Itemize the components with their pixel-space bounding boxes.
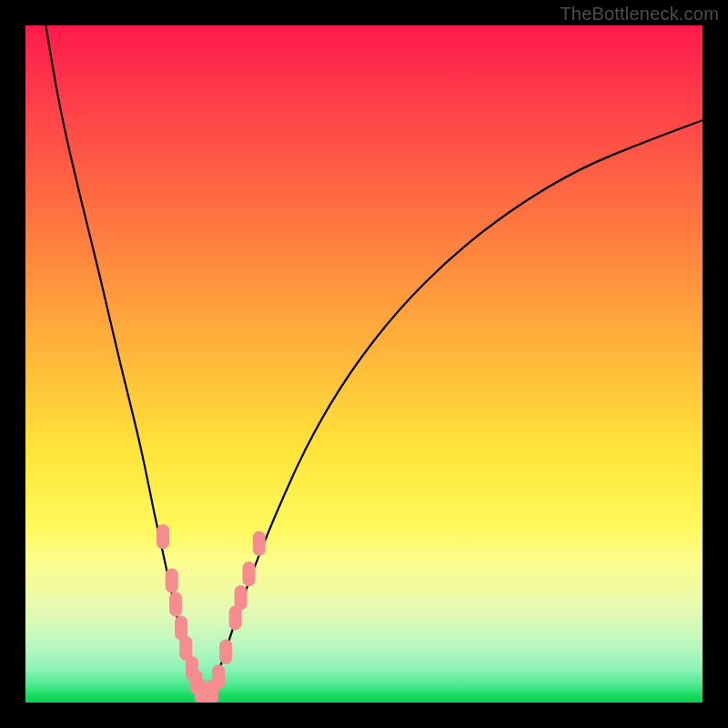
chart-frame: TheBottleneck.com — [0, 0, 728, 728]
marker-layer — [25, 25, 703, 703]
highlight-marker — [166, 569, 177, 592]
highlight-marker — [157, 525, 169, 549]
highlight-marker — [253, 531, 265, 555]
plot-area — [25, 25, 703, 703]
highlight-marker — [170, 592, 182, 616]
highlight-marker — [243, 562, 255, 586]
watermark-text: TheBottleneck.com — [560, 4, 719, 25]
highlight-marker — [213, 665, 225, 689]
highlight-marker — [220, 640, 232, 663]
highlight-markers — [157, 525, 266, 703]
highlight-marker — [235, 586, 247, 610]
